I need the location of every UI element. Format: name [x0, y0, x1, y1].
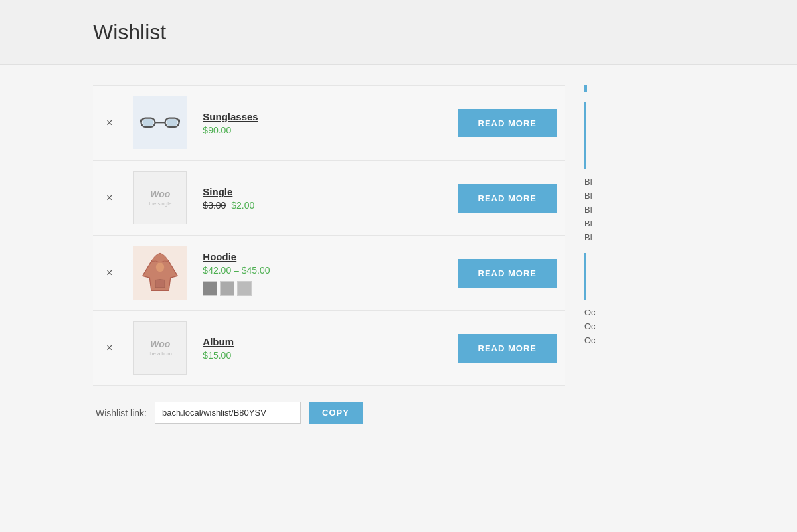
sidebar: Bl Bl Bl Bl Bl Oc Oc Oc	[584, 85, 704, 424]
product-action-hoodie: READ MORE	[341, 236, 565, 311]
wishlist-section: ×	[93, 85, 565, 424]
swatch-2[interactable]	[220, 281, 234, 296]
product-name-sunglasses[interactable]: Sunglasses	[203, 111, 333, 122]
table-row: × Woo the single Single $3.00 $2.00	[93, 161, 565, 236]
sidebar-item-2: Bl	[584, 191, 704, 201]
product-name-cell-hoodie: Hoodie $42.00 – $45.00	[195, 236, 341, 311]
table-row: × Woo the album Album $15.00	[93, 311, 565, 386]
wishlist-link-row: Wishlist link: COPY	[93, 402, 565, 424]
read-more-button-hoodie[interactable]: READ MORE	[458, 259, 557, 288]
product-action-album: READ MORE	[341, 311, 565, 386]
page-title: Wishlist	[93, 20, 704, 44]
page-header: Wishlist	[0, 0, 797, 65]
read-more-button-sunglasses[interactable]: READ MORE	[458, 109, 557, 137]
product-price-sunglasses: $90.00	[203, 125, 231, 135]
product-image-sunglasses	[133, 96, 187, 149]
svg-rect-5	[143, 119, 154, 126]
main-content: ×	[0, 65, 797, 444]
remove-button-hoodie[interactable]: ×	[101, 264, 118, 282]
sidebar-item-8: Oc	[584, 335, 704, 345]
product-name-cell-album: Album $15.00	[195, 311, 341, 386]
remove-button-album[interactable]: ×	[101, 339, 118, 357]
product-image-single: Woo the single	[133, 171, 187, 224]
wishlist-table: ×	[93, 85, 565, 386]
copy-button[interactable]: COPY	[309, 402, 363, 424]
product-price-sale-single: $2.00	[231, 200, 254, 211]
sidebar-blue-bar-1	[584, 102, 586, 169]
sidebar-blue-bar-2	[584, 253, 586, 300]
sunglasses-icon	[140, 103, 180, 143]
table-row: ×	[93, 236, 565, 311]
svg-line-4	[179, 120, 181, 123]
product-name-single[interactable]: Single	[203, 186, 333, 197]
table-row: ×	[93, 86, 565, 161]
product-name-cell-sunglasses: Sunglasses $90.00	[195, 86, 341, 161]
product-image-hoodie	[133, 246, 187, 300]
color-swatches-hoodie	[203, 281, 333, 296]
svg-point-7	[156, 262, 164, 272]
sidebar-item-5: Bl	[584, 232, 704, 242]
hoodie-icon	[137, 250, 183, 296]
remove-button-sunglasses[interactable]: ×	[101, 114, 118, 132]
svg-rect-6	[167, 119, 178, 126]
product-name-cell-single: Single $3.00 $2.00	[195, 161, 341, 236]
woo-label-album: Woo	[150, 339, 170, 349]
wishlist-link-label: Wishlist link:	[96, 408, 147, 418]
read-more-button-single[interactable]: READ MORE	[458, 184, 557, 213]
swatch-3[interactable]	[237, 281, 252, 296]
sidebar-item-1: Bl	[584, 177, 704, 187]
product-name-album[interactable]: Album	[203, 336, 333, 347]
swatch-1[interactable]	[203, 281, 217, 296]
product-price-album: $15.00	[203, 350, 231, 361]
wishlist-link-input[interactable]	[155, 402, 301, 424]
woo-label-single: Woo	[150, 189, 170, 199]
product-price-regular-single: $3.00	[203, 200, 226, 211]
read-more-button-album[interactable]: READ MORE	[458, 334, 557, 363]
sidebar-item-7: Oc	[584, 321, 704, 331]
product-action-single: READ MORE	[341, 161, 565, 236]
sidebar-item-6: Oc	[584, 308, 704, 317]
woo-sublabel-album: the album	[149, 351, 172, 357]
svg-line-3	[140, 120, 141, 123]
product-price-hoodie: $42.00 – $45.00	[203, 265, 270, 276]
sidebar-accent-bar	[584, 85, 587, 92]
woo-sublabel-single: the single	[149, 201, 171, 207]
sidebar-item-3: Bl	[584, 205, 704, 215]
remove-button-single[interactable]: ×	[101, 189, 118, 207]
product-action-sunglasses: READ MORE	[341, 86, 565, 161]
product-name-hoodie[interactable]: Hoodie	[203, 251, 333, 262]
product-image-album: Woo the album	[133, 321, 187, 375]
sidebar-item-4: Bl	[584, 219, 704, 228]
